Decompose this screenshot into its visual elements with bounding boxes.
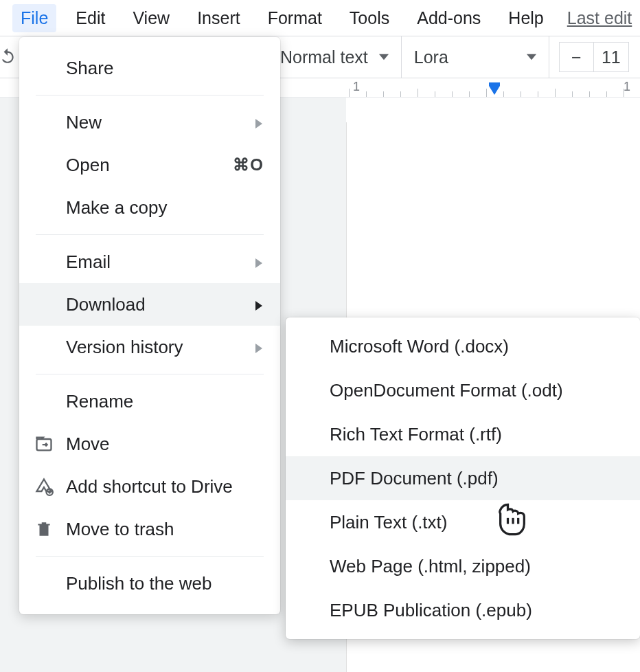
- file-move-label: Move: [66, 434, 110, 455]
- file-publish[interactable]: Publish to the web: [19, 562, 280, 605]
- file-open[interactable]: Open ⌘O: [19, 144, 280, 186]
- folder-move-icon: [33, 433, 55, 455]
- mouse-cursor-icon: [494, 502, 530, 540]
- file-share-label: Share: [66, 58, 113, 79]
- file-email-label: Email: [66, 251, 111, 273]
- undo-icon[interactable]: [0, 47, 19, 67]
- separator: [36, 374, 264, 374]
- file-publish-label: Publish to the web: [66, 573, 212, 594]
- file-make-copy-label: Make a copy: [66, 197, 167, 219]
- download-odt[interactable]: OpenDocument Format (.odt): [286, 368, 640, 412]
- menu-addons[interactable]: Add-ons: [409, 4, 489, 32]
- download-submenu: Microsoft Word (.docx) OpenDocument Form…: [286, 317, 640, 639]
- download-docx-label: Microsoft Word (.docx): [330, 336, 509, 357]
- submenu-chevron-icon: [255, 251, 264, 273]
- file-download[interactable]: Download: [19, 283, 280, 326]
- separator: [36, 234, 264, 235]
- file-rename[interactable]: Rename: [19, 380, 280, 423]
- file-new-label: New: [66, 112, 102, 133]
- separator: [36, 556, 264, 557]
- submenu-chevron-icon: [255, 112, 264, 133]
- font-size-decrease[interactable]: −: [559, 42, 593, 72]
- file-open-label: Open: [66, 155, 110, 176]
- font-size-stepper: − 11: [559, 42, 629, 72]
- menu-bar: File Edit View Insert Format Tools Add-o…: [0, 0, 640, 36]
- file-new[interactable]: New: [19, 101, 280, 144]
- submenu-chevron-icon: [255, 337, 264, 358]
- font-label: Lora: [414, 47, 448, 67]
- menu-insert[interactable]: Insert: [189, 4, 249, 32]
- font-selector[interactable]: Lora: [402, 36, 549, 78]
- menu-help[interactable]: Help: [500, 4, 551, 32]
- file-download-label: Download: [66, 294, 146, 315]
- trash-icon: [33, 518, 55, 540]
- caret-down-icon: [527, 52, 536, 62]
- submenu-chevron-icon: [255, 294, 264, 315]
- file-move-to-trash[interactable]: Move to trash: [19, 508, 280, 550]
- file-email[interactable]: Email: [19, 240, 280, 283]
- font-size-value[interactable]: 11: [593, 42, 629, 72]
- menu-format[interactable]: Format: [260, 4, 330, 32]
- separator: [36, 95, 264, 96]
- menu-edit[interactable]: Edit: [67, 4, 113, 32]
- download-epub-label: EPUB Publication (.epub): [330, 600, 532, 621]
- file-share[interactable]: Share: [19, 47, 280, 89]
- file-make-copy[interactable]: Make a copy: [19, 186, 280, 229]
- menu-view[interactable]: View: [124, 4, 178, 32]
- file-open-shortcut: ⌘O: [233, 155, 264, 175]
- file-move-to-trash-label: Move to trash: [66, 519, 174, 540]
- download-html-label: Web Page (.html, zipped): [330, 556, 531, 577]
- drive-shortcut-icon: [33, 475, 55, 497]
- file-move[interactable]: Move: [19, 423, 280, 465]
- menu-tools[interactable]: Tools: [341, 4, 398, 32]
- download-rtf[interactable]: Rich Text Format (.rtf): [286, 412, 640, 456]
- download-docx[interactable]: Microsoft Word (.docx): [286, 324, 640, 368]
- download-odt-label: OpenDocument Format (.odt): [330, 380, 563, 401]
- file-version-history-label: Version history: [66, 337, 183, 358]
- download-pdf[interactable]: PDF Document (.pdf): [286, 456, 640, 500]
- download-rtf-label: Rich Text Format (.rtf): [330, 424, 502, 445]
- download-html[interactable]: Web Page (.html, zipped): [286, 544, 640, 588]
- file-rename-label: Rename: [66, 391, 133, 412]
- download-txt[interactable]: Plain Text (.txt): [286, 500, 640, 544]
- paragraph-style-label: Normal text: [280, 47, 368, 67]
- menu-file[interactable]: File: [12, 4, 56, 32]
- file-add-shortcut-label: Add shortcut to Drive: [66, 476, 233, 497]
- download-pdf-label: PDF Document (.pdf): [330, 468, 499, 489]
- paragraph-style-selector[interactable]: Normal text: [280, 36, 402, 78]
- file-version-history[interactable]: Version history: [19, 326, 280, 368]
- download-txt-label: Plain Text (.txt): [330, 512, 447, 533]
- file-menu-dropdown: Share New Open ⌘O Make a copy Email Down…: [19, 37, 280, 614]
- file-add-shortcut[interactable]: Add shortcut to Drive: [19, 465, 280, 508]
- last-edit-link[interactable]: Last edit: [567, 8, 632, 28]
- download-epub[interactable]: EPUB Publication (.epub): [286, 588, 640, 632]
- caret-down-icon: [379, 52, 389, 62]
